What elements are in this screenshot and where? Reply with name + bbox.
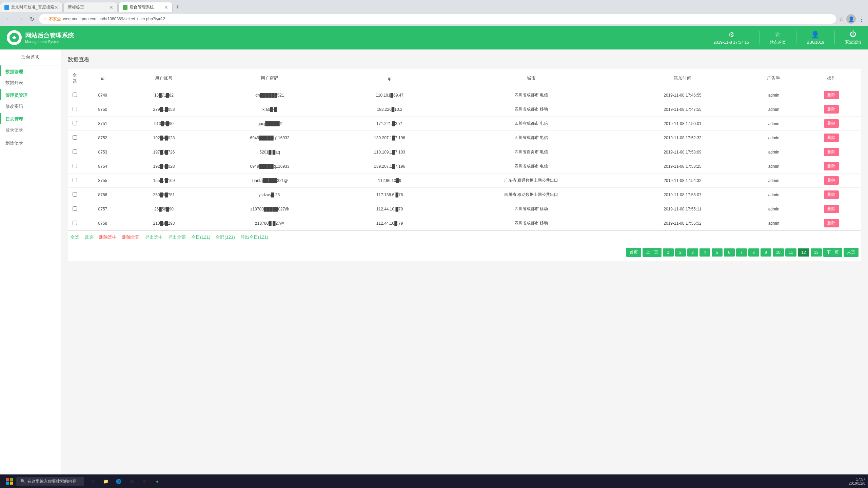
page-number-3[interactable]: 3	[687, 248, 698, 257]
row-action-5: 删除	[801, 159, 861, 174]
row-checkbox-8[interactable]	[68, 202, 81, 216]
menu-button[interactable]: ⋮	[859, 15, 865, 23]
page-prev-btn[interactable]: 上一页	[643, 248, 662, 257]
page-number-9[interactable]: 9	[761, 248, 771, 257]
tab-3[interactable]: 后台管理系统 ✕	[118, 2, 173, 12]
start-button[interactable]	[3, 476, 16, 487]
row-checkbox-3[interactable]	[68, 131, 81, 145]
header-action: 操作	[801, 69, 861, 88]
page-number-4[interactable]: 4	[699, 248, 710, 257]
logout-nav-button[interactable]: ⏻ 安全退出	[845, 30, 861, 45]
taskbar-app-edge[interactable]: 🌐	[113, 475, 125, 487]
row-city-1: 四川省成都市 移动	[443, 102, 619, 117]
row-action-7: 删除	[801, 188, 861, 202]
delete-btn-0[interactable]: 删除	[824, 91, 839, 99]
sidebar-item-deletelog[interactable]: 删除记录	[0, 137, 61, 149]
address-bar[interactable]: ⚠ 不安全 wegame.jrpau.com.cn/ht1080369/sele…	[39, 14, 836, 24]
tab-1[interactable]: 北京时间校准_百度搜索 ✕	[0, 2, 63, 12]
page-number-7[interactable]: 7	[736, 248, 747, 257]
taskbar-app-chrome[interactable]: ●	[151, 475, 163, 487]
row-ip-7: 117.136.6.█76	[336, 188, 443, 202]
taskbar-app-files[interactable]: 📁	[100, 475, 112, 487]
taskbar-app-store[interactable]: 🛍	[125, 475, 138, 487]
sidebar-home-button[interactable]: 后台首页	[0, 49, 61, 65]
profile-button[interactable]: 👤	[846, 14, 856, 24]
export-all-link[interactable]: 导出全部	[168, 234, 186, 240]
delete-btn-9[interactable]: 删除	[824, 219, 839, 227]
row-city-8: 四川省成都市 移动	[443, 202, 619, 216]
delete-btn-2[interactable]: 删除	[824, 119, 839, 128]
page-number-2[interactable]: 2	[675, 248, 686, 257]
export-selected-link[interactable]: 导出选中	[145, 234, 163, 240]
row-checkbox-0[interactable]	[68, 88, 81, 102]
tab-close-1[interactable]: ✕	[54, 5, 58, 10]
today-count-link[interactable]: 今日(121)	[191, 234, 210, 240]
sidebar-item-loginlog[interactable]: 登录记录	[0, 124, 61, 137]
page-next-btn[interactable]: 下一页	[823, 248, 842, 257]
row-time-7: 2019-11-08 17:55:07	[619, 188, 746, 202]
new-tab-button[interactable]: +	[173, 2, 182, 12]
row-password-8: z18780█████027@	[204, 202, 336, 216]
row-ip-6: 112.96.10█9	[336, 174, 443, 188]
row-ip-3: 139.207.1█7.196	[336, 131, 443, 145]
logo-text: 网站后台管理系统 Management System	[25, 32, 74, 44]
sidebar-item-datalist[interactable]: 数据列表	[0, 76, 61, 89]
delete-btn-3[interactable]: 删除	[824, 134, 839, 142]
taskbar-app-cortana[interactable]: ⊙	[87, 475, 99, 487]
row-id-5: 8754	[81, 159, 124, 174]
row-time-4: 2019-11-08 17:53:09	[619, 145, 746, 159]
row-city-7: 四川省 移动数据上网公共出口	[443, 188, 619, 202]
address-bar-row: ← → ↻ ⚠ 不安全 wegame.jrpau.com.cn/ht108036…	[0, 12, 868, 26]
row-checkbox-5[interactable]	[68, 159, 81, 174]
main-content: 后台首页 数据管理 数据列表 管理员管理 修改密码 日志管理 登录记录 删除记录…	[0, 49, 868, 488]
tab-2[interactable]: 新标签页 ✕	[63, 2, 118, 12]
home-nav-button[interactable]: ☆ 站点首页	[770, 30, 786, 45]
row-advertiser-1: admin	[746, 102, 801, 117]
page-number-1[interactable]: 1	[663, 248, 674, 257]
page-number-8[interactable]: 8	[748, 248, 759, 257]
forward-button[interactable]: →	[16, 15, 25, 23]
user-nav-button[interactable]: 👤 BBG1019	[807, 30, 824, 45]
nav-divider-3	[834, 31, 835, 44]
row-checkbox-1[interactable]	[68, 102, 81, 117]
back-button[interactable]: ←	[3, 15, 13, 23]
page-number-6[interactable]: 6	[724, 248, 735, 257]
total-count-link[interactable]: 全部(121)	[216, 234, 235, 240]
row-checkbox-7[interactable]	[68, 188, 81, 202]
taskbar-app-mail[interactable]: ✉	[138, 475, 151, 487]
page-number-11[interactable]: 11	[785, 248, 796, 257]
tab-close-3[interactable]: ✕	[164, 5, 168, 10]
reload-button[interactable]: ↻	[28, 15, 36, 23]
delete-selected-link[interactable]: 删除选中	[99, 234, 117, 240]
delete-btn-7[interactable]: 删除	[824, 190, 839, 199]
page-number-10[interactable]: 10	[773, 248, 784, 257]
page-last-btn[interactable]: 末页	[844, 248, 859, 257]
delete-btn-5[interactable]: 删除	[824, 162, 839, 170]
export-today-link[interactable]: 导出今日(121)	[240, 234, 268, 240]
page-number-13[interactable]: 13	[811, 248, 822, 257]
row-checkbox-4[interactable]	[68, 145, 81, 159]
svg-rect-2	[10, 478, 13, 481]
table-footer: 全选 反选 删除选中 删除全部 导出选中 导出全部 今日(121) 全部(121…	[68, 230, 861, 244]
taskbar-search[interactable]: 🔍 在这里输入你要搜索的内容	[16, 477, 84, 486]
delete-all-link[interactable]: 删除全部	[122, 234, 140, 240]
invert-link[interactable]: 反选	[85, 234, 94, 240]
row-advertiser-9: admin	[746, 216, 801, 230]
delete-btn-4[interactable]: 删除	[824, 148, 839, 156]
nav-actions: ⚙ 2019-11-8 17:57 16 ☆ 站点首页 👤 BBG1019 ⏻ …	[713, 30, 861, 45]
delete-btn-1[interactable]: 删除	[824, 105, 839, 114]
select-all-link[interactable]: 全选	[71, 234, 79, 240]
tab-close-2[interactable]: ✕	[109, 5, 113, 10]
row-checkbox-6[interactable]	[68, 174, 81, 188]
row-checkbox-2[interactable]	[68, 117, 81, 131]
delete-btn-6[interactable]: 删除	[824, 176, 839, 185]
page-number-5[interactable]: 5	[712, 248, 723, 257]
page-number-12[interactable]: 12	[798, 248, 809, 257]
page-first-btn[interactable]: 首页	[626, 248, 641, 257]
sidebar-item-changepassword[interactable]: 修改密码	[0, 100, 61, 113]
bookmark-button[interactable]: ☆	[839, 16, 844, 22]
row-action-4: 删除	[801, 145, 861, 159]
row-checkbox-9[interactable]	[68, 216, 81, 230]
delete-btn-8[interactable]: 删除	[824, 205, 839, 213]
sidebar-section-log: 日志管理	[0, 113, 61, 124]
